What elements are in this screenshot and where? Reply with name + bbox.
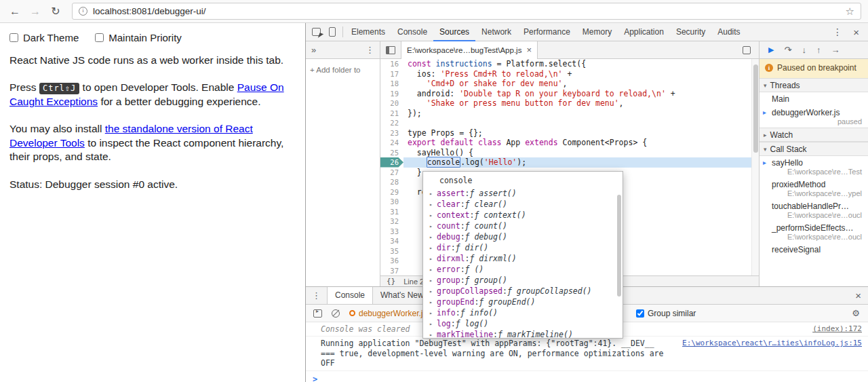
expand-triangle-icon[interactable]: ▸ [429, 288, 437, 294]
console-property-item[interactable]: ▸debug: ƒ debug() [423, 231, 623, 242]
execution-context-selector[interactable]: debuggerWorker.js [349, 309, 427, 318]
console-property-item[interactable]: ▸clear: ƒ clear() [423, 199, 623, 210]
navigator-toggle-icon[interactable] [386, 46, 395, 54]
scrollbar-thumb[interactable] [753, 64, 758, 153]
console-sidebar-icon[interactable] [313, 309, 322, 318]
scrollbar-thumb[interactable] [617, 195, 621, 297]
code-line[interactable]: 16const instructions = Platform.select({ [380, 59, 759, 69]
code-line[interactable]: 25 sayHello() { [380, 148, 759, 158]
line-number[interactable]: 27 [380, 168, 403, 178]
drawer-tab-console[interactable]: Console [327, 287, 373, 304]
line-number[interactable]: 36 [380, 256, 403, 266]
console-property-item[interactable]: ▸dir: ƒ dir() [423, 242, 623, 253]
devtools-tab-elements[interactable]: Elements [345, 23, 391, 41]
popup-scrollbar[interactable] [616, 192, 622, 335]
editor-scrollbar[interactable] [751, 59, 759, 275]
expand-triangle-icon[interactable]: ▸ [429, 278, 437, 284]
expand-triangle-icon[interactable]: ▸ [429, 191, 437, 197]
line-number[interactable]: 26 [380, 157, 403, 168]
console-input-row[interactable]: > [306, 371, 868, 382]
call-stack-section-header[interactable]: ▾ Call Stack [760, 142, 868, 156]
file-tab-close-icon[interactable]: × [526, 45, 532, 55]
console-property-item[interactable]: ▸group: ƒ group() [423, 275, 623, 286]
watch-section-header[interactable]: ▸ Watch [760, 128, 868, 142]
devtools-tab-network[interactable]: Network [475, 23, 517, 41]
drawer-more-icon[interactable]: ⋮ [312, 290, 321, 301]
maintain-priority-checkbox[interactable] [95, 33, 104, 42]
url-bar[interactable]: localhost:8081/debugger-ui/ ☆ [72, 3, 861, 20]
console-property-item[interactable]: ▸assert: ƒ assert() [423, 188, 623, 199]
console-property-item[interactable]: ▸error: ƒ () [423, 264, 623, 275]
line-number[interactable]: 23 [380, 128, 403, 138]
threads-section-header[interactable]: ▾ Threads [760, 78, 868, 92]
inspect-element-icon[interactable] [312, 28, 321, 36]
thread-item[interactable]: Main [760, 92, 868, 106]
file-tab-appjs[interactable]: E:\workspace\re…bugTest\App.js × [401, 41, 538, 59]
dark-theme-checkbox[interactable] [9, 33, 18, 42]
expand-triangle-icon[interactable]: ▸ [429, 256, 437, 262]
console-source-link[interactable]: E:\workspace\react\r…ities\infoLog.js:15 [682, 339, 862, 347]
line-number[interactable]: 16 [380, 59, 403, 69]
code-line[interactable]: 19 android: 'Double tap R on your keyboa… [380, 89, 759, 99]
dark-theme-option[interactable]: Dark Theme [9, 32, 79, 43]
line-number[interactable]: 17 [380, 69, 403, 79]
editor-panel-icon[interactable] [743, 46, 751, 54]
console-property-item[interactable]: ▸log: ƒ log() [423, 318, 623, 329]
call-stack-frame[interactable]: _performSideEffects…E:\workspace\re…oucl [760, 221, 868, 243]
url-text[interactable]: localhost:8081/debugger-ui/ [93, 6, 840, 16]
expand-triangle-icon[interactable]: ▸ [429, 321, 437, 327]
console-property-item[interactable]: ▸count: ƒ count() [423, 221, 623, 231]
code-line[interactable]: 20 'Shake or press menu button for dev m… [380, 98, 759, 109]
expand-triangle-icon[interactable]: ▸ [429, 212, 437, 218]
line-number[interactable]: 30 [380, 197, 403, 207]
console-property-item[interactable]: ▸context: ƒ context() [423, 210, 623, 221]
add-folder-link[interactable]: + Add folder to [306, 59, 380, 81]
expand-triangle-icon[interactable]: ▸ [429, 299, 437, 305]
bookmark-star-icon[interactable]: ☆ [846, 5, 854, 18]
code-line[interactable]: 23type Props = {}; [380, 128, 759, 138]
expand-triangle-icon[interactable]: ▸ [429, 267, 437, 273]
call-stack-frame[interactable]: ▸sayHelloE:\workspace\re…Test [760, 156, 868, 178]
console-source-link[interactable]: (index):172 [812, 324, 862, 333]
line-number[interactable]: 28 [380, 177, 403, 187]
devtools-tab-security[interactable]: Security [670, 23, 711, 41]
line-number[interactable]: 35 [380, 246, 403, 256]
devtools-tab-audits[interactable]: Audits [711, 23, 746, 41]
devtools-more-icon[interactable]: ⋮ [833, 26, 842, 37]
line-number[interactable]: 19 [380, 89, 403, 99]
resume-icon[interactable]: ▶ [768, 45, 774, 54]
console-property-item[interactable]: ▸groupCollapsed: ƒ groupCollapsed() [423, 286, 623, 297]
maintain-priority-option[interactable]: Maintain Priority [95, 32, 182, 43]
step-into-icon[interactable]: ↓ [802, 45, 806, 55]
devtools-tab-performance[interactable]: Performance [517, 23, 576, 41]
forward-icon[interactable]: → [27, 5, 43, 18]
device-toolbar-icon[interactable] [329, 27, 336, 37]
step-icon[interactable]: → [831, 45, 840, 55]
code-line[interactable]: 26 console.log('Hello'); [380, 157, 759, 168]
expand-triangle-icon[interactable]: ▸ [429, 332, 437, 338]
line-number[interactable]: 25 [380, 148, 403, 158]
call-stack-frame[interactable]: proxiedMethodE:\workspace\re…ypel [760, 178, 868, 199]
step-over-icon[interactable]: ↷ [784, 45, 791, 55]
expand-triangle-icon[interactable]: ▸ [429, 202, 437, 208]
call-stack-frame[interactable]: touchableHandlePr…E:\workspace\re…oucl [760, 199, 868, 221]
line-number[interactable]: 37 [380, 266, 403, 276]
line-number[interactable]: 34 [380, 236, 403, 246]
console-property-item[interactable]: ▸markTimeline: ƒ markTimeline() [423, 329, 623, 339]
line-number[interactable]: 33 [380, 227, 403, 237]
devtools-close-icon[interactable]: × [853, 26, 859, 38]
group-similar-checkbox[interactable] [636, 309, 644, 318]
code-line[interactable]: 24export default class App extends Compo… [380, 138, 759, 148]
back-icon[interactable]: ← [7, 5, 23, 18]
line-number[interactable]: 21 [380, 109, 403, 119]
line-number[interactable]: 32 [380, 216, 403, 227]
console-property-item[interactable]: ▸groupEnd: ƒ groupEnd() [423, 297, 623, 307]
code-line[interactable]: 21}); [380, 109, 759, 119]
expand-triangle-icon[interactable]: ▸ [429, 223, 437, 229]
clear-console-icon[interactable] [332, 309, 340, 318]
console-settings-icon[interactable]: ⚙ [852, 308, 860, 318]
navigator-more-icon[interactable]: ⋮ [366, 45, 374, 55]
expand-triangle-icon[interactable]: ▸ [429, 310, 437, 316]
expand-triangle-icon[interactable]: ▸ [429, 245, 437, 251]
step-out-icon[interactable]: ↑ [816, 45, 821, 55]
